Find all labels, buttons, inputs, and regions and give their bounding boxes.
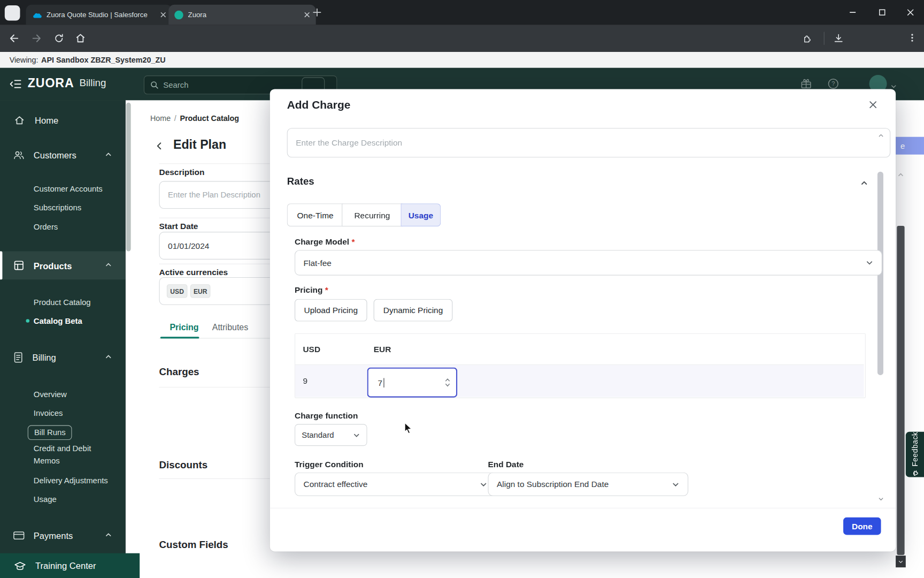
active-section-indicator <box>0 251 2 279</box>
currency-chip-eur[interactable]: EUR <box>190 284 210 298</box>
browser-logo-icon[interactable] <box>5 5 20 21</box>
sidebar-item-bill-runs[interactable]: Bill Runs <box>0 422 153 442</box>
trigger-condition-value: Contract effective <box>304 480 368 489</box>
sidebar-item-products[interactable]: Products <box>0 251 138 279</box>
end-date-label: End Date <box>488 459 523 469</box>
product-name: Billing <box>79 77 106 89</box>
chevron-up-icon <box>105 352 112 363</box>
sidebar-item-customers[interactable]: Customers <box>0 143 138 168</box>
sidebar-collapse-icon[interactable] <box>10 79 22 92</box>
tab-pricing[interactable]: Pricing <box>170 323 198 332</box>
page-scroll-up-icon[interactable] <box>897 170 904 180</box>
app-logo[interactable]: ZUORA Billing <box>28 76 106 90</box>
page-scrollbar-thumb[interactable] <box>897 226 904 555</box>
window-close-button[interactable] <box>906 8 914 19</box>
banner-environment: API Sandbox ZBZR_System20_ZU <box>41 56 165 65</box>
tab-close-icon[interactable] <box>160 12 166 18</box>
window-maximize-button[interactable] <box>878 8 886 19</box>
end-date-select[interactable]: Align to Subscription End Date <box>488 473 688 496</box>
browser-window: Zuora Quote Studio | Salesforce Zuora <box>0 0 924 578</box>
section-custom-fields: Custom Fields <box>159 539 228 551</box>
chevron-down-icon <box>480 481 487 488</box>
eur-price-input[interactable]: 7 <box>367 368 458 398</box>
downloads-icon[interactable] <box>833 33 844 46</box>
sidebar-item-home[interactable]: Home <box>0 109 140 132</box>
sidebar-item-label: Catalog Beta <box>34 316 82 325</box>
toolbar-divider <box>824 32 825 45</box>
trigger-condition-select[interactable]: Contract effective <box>295 473 496 496</box>
sidebar-scrollbar-thumb[interactable] <box>126 103 131 252</box>
chevron-up-icon <box>105 530 112 541</box>
browser-toolbar: apisandbox.zuora.com/platform/apps/catal… <box>0 25 924 52</box>
charge-description-input[interactable] <box>287 128 890 157</box>
tab-close-icon[interactable] <box>304 12 310 18</box>
sidebar-item-product-catalog[interactable]: Product Catalog <box>0 293 159 311</box>
currency-chip-usd[interactable]: USD <box>167 284 188 298</box>
sidebar-item-delivery-adjustments[interactable]: Delivery Adjustments <box>0 470 159 489</box>
sidebar-item-invoices[interactable]: Invoices <box>0 404 159 422</box>
plan-description-field[interactable] <box>159 181 275 208</box>
dynamic-pricing-button[interactable]: Dynamic Pricing <box>374 299 453 322</box>
pricing-label: Pricing * <box>295 285 328 294</box>
search-icon <box>150 81 158 89</box>
divider <box>159 387 275 387</box>
page-scroll-down-button[interactable] <box>896 556 906 567</box>
charge-model-select[interactable]: Flat-fee <box>295 250 882 275</box>
sidebar-item-credit-debit-memos[interactable]: Credit and Debit Memos <box>34 443 105 467</box>
breadcrumb-home-link[interactable]: Home <box>150 114 171 123</box>
feedback-button[interactable]: Feedback <box>906 432 924 477</box>
forward-icon[interactable] <box>30 33 42 47</box>
tab-attributes[interactable]: Attributes <box>212 323 249 332</box>
back-icon[interactable] <box>8 33 20 47</box>
usd-price-value[interactable]: 9 <box>303 376 307 386</box>
charge-function-select[interactable]: Standard <box>295 424 367 446</box>
label-text: Charge Model <box>295 237 349 247</box>
browser-tab-zuora[interactable]: Zuora <box>168 5 316 25</box>
number-stepper[interactable] <box>445 378 450 387</box>
sidebar-item-subscriptions[interactable]: Subscriptions <box>0 198 159 217</box>
tab-title: Zuora <box>188 11 299 19</box>
billing-icon <box>13 352 24 363</box>
home-icon[interactable] <box>75 33 86 46</box>
browser-menu-icon[interactable] <box>907 33 917 45</box>
close-icon[interactable] <box>868 100 877 111</box>
sidebar-item-orders[interactable]: Orders <box>0 217 159 236</box>
upload-pricing-button[interactable]: Upload Pricing <box>295 299 367 322</box>
text-caret <box>383 378 384 387</box>
charge-type-one-time[interactable]: One-Time <box>287 203 344 226</box>
sidebar-item-training-center[interactable]: Training Center <box>0 553 140 578</box>
training-center-icon <box>14 560 26 571</box>
back-chevron-icon[interactable] <box>155 141 164 153</box>
start-date-field[interactable] <box>159 232 275 258</box>
pricing-table: USD EUR 9 7 <box>295 333 866 398</box>
pricing-table-row[interactable]: 9 7 <box>295 365 864 397</box>
sidebar-item-label: Credit and Debit Memos <box>34 444 91 466</box>
sidebar-item-billing[interactable]: Billing <box>0 343 138 371</box>
charge-type-recurring[interactable]: Recurring <box>342 203 403 226</box>
reload-icon[interactable] <box>53 33 64 46</box>
sidebar-item-usage[interactable]: Usage <box>0 490 159 508</box>
charge-description-field[interactable] <box>287 128 873 156</box>
modal-scroll-up-icon[interactable] <box>878 131 884 141</box>
page-title: Edit Plan <box>173 138 226 151</box>
sidebar-item-customer-accounts[interactable]: Customer Accounts <box>0 179 159 198</box>
done-button[interactable]: Done <box>843 517 881 535</box>
extensions-icon[interactable] <box>802 33 812 46</box>
modal-scroll-down-icon[interactable] <box>878 493 884 504</box>
add-charge-modal: Add Charge Rates One-Time Recurring Usag… <box>270 89 896 551</box>
eur-price-value: 7 <box>378 378 382 387</box>
feedback-label: Feedback <box>911 431 919 466</box>
sidebar-item-payments[interactable]: Payments <box>0 521 138 550</box>
zuora-favicon <box>174 10 183 19</box>
new-tab-button[interactable] <box>312 7 322 19</box>
end-date-value: Align to Subscription End Date <box>497 480 609 489</box>
products-icon <box>13 260 25 271</box>
charge-type-usage[interactable]: Usage <box>401 203 441 226</box>
sidebar-item-overview[interactable]: Overview <box>0 385 159 404</box>
rates-collapse-chevron-icon[interactable] <box>860 179 868 189</box>
sidebar-item-label: Home <box>35 115 58 125</box>
browser-tab-salesforce[interactable]: Zuora Quote Studio | Salesforce <box>26 5 172 25</box>
label-text: Pricing <box>295 285 322 294</box>
window-minimize-button[interactable] <box>849 8 857 19</box>
sidebar-item-catalog-beta[interactable]: Catalog Beta <box>0 311 159 330</box>
